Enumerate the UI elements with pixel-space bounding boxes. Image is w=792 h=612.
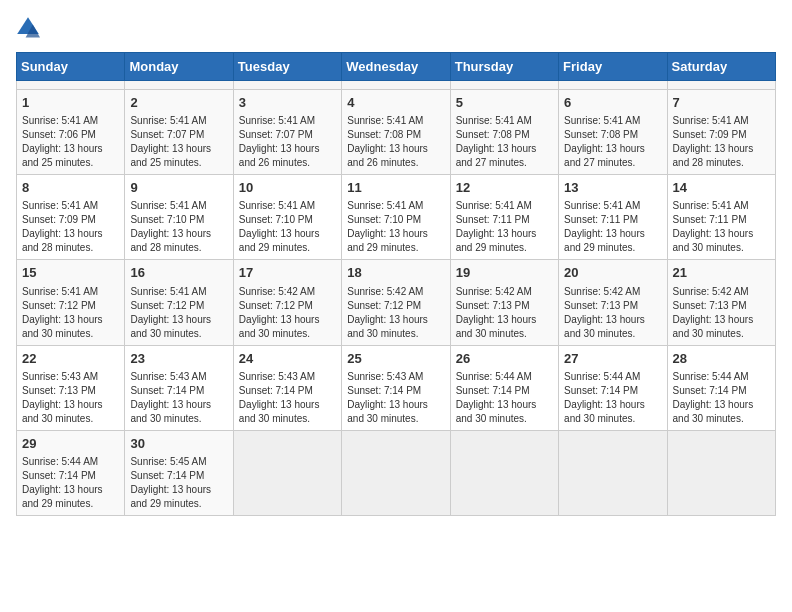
calendar-cell: 28Sunrise: 5:44 AMSunset: 7:14 PMDayligh… [667, 345, 775, 430]
calendar-cell: 24Sunrise: 5:43 AMSunset: 7:14 PMDayligh… [233, 345, 341, 430]
day-info: Sunrise: 5:41 AMSunset: 7:08 PMDaylight:… [564, 114, 661, 170]
day-info: Sunrise: 5:41 AMSunset: 7:08 PMDaylight:… [347, 114, 444, 170]
day-number: 25 [347, 350, 444, 368]
calendar-cell: 17Sunrise: 5:42 AMSunset: 7:12 PMDayligh… [233, 260, 341, 345]
day-number: 26 [456, 350, 553, 368]
day-number: 21 [673, 264, 770, 282]
day-number: 16 [130, 264, 227, 282]
day-info: Sunrise: 5:41 AMSunset: 7:08 PMDaylight:… [456, 114, 553, 170]
calendar-week-row [17, 81, 776, 90]
day-info: Sunrise: 5:41 AMSunset: 7:10 PMDaylight:… [239, 199, 336, 255]
day-number: 2 [130, 94, 227, 112]
calendar-cell [667, 81, 775, 90]
logo-icon [16, 16, 40, 40]
day-number: 30 [130, 435, 227, 453]
calendar-cell: 12Sunrise: 5:41 AMSunset: 7:11 PMDayligh… [450, 175, 558, 260]
calendar-cell [450, 430, 558, 515]
calendar-cell: 21Sunrise: 5:42 AMSunset: 7:13 PMDayligh… [667, 260, 775, 345]
calendar-cell: 4Sunrise: 5:41 AMSunset: 7:08 PMDaylight… [342, 90, 450, 175]
day-number: 8 [22, 179, 119, 197]
day-number: 20 [564, 264, 661, 282]
day-info: Sunrise: 5:41 AMSunset: 7:09 PMDaylight:… [673, 114, 770, 170]
calendar-cell: 13Sunrise: 5:41 AMSunset: 7:11 PMDayligh… [559, 175, 667, 260]
calendar-cell: 27Sunrise: 5:44 AMSunset: 7:14 PMDayligh… [559, 345, 667, 430]
calendar-cell: 9Sunrise: 5:41 AMSunset: 7:10 PMDaylight… [125, 175, 233, 260]
day-number: 29 [22, 435, 119, 453]
day-info: Sunrise: 5:44 AMSunset: 7:14 PMDaylight:… [564, 370, 661, 426]
day-info: Sunrise: 5:41 AMSunset: 7:07 PMDaylight:… [239, 114, 336, 170]
calendar-cell: 3Sunrise: 5:41 AMSunset: 7:07 PMDaylight… [233, 90, 341, 175]
day-info: Sunrise: 5:41 AMSunset: 7:07 PMDaylight:… [130, 114, 227, 170]
day-info: Sunrise: 5:41 AMSunset: 7:11 PMDaylight:… [673, 199, 770, 255]
calendar-cell: 5Sunrise: 5:41 AMSunset: 7:08 PMDaylight… [450, 90, 558, 175]
day-number: 22 [22, 350, 119, 368]
day-number: 6 [564, 94, 661, 112]
calendar-cell: 14Sunrise: 5:41 AMSunset: 7:11 PMDayligh… [667, 175, 775, 260]
day-info: Sunrise: 5:42 AMSunset: 7:13 PMDaylight:… [673, 285, 770, 341]
day-number: 3 [239, 94, 336, 112]
calendar-cell: 16Sunrise: 5:41 AMSunset: 7:12 PMDayligh… [125, 260, 233, 345]
calendar-week-row: 8Sunrise: 5:41 AMSunset: 7:09 PMDaylight… [17, 175, 776, 260]
calendar-header-row: SundayMondayTuesdayWednesdayThursdayFrid… [17, 53, 776, 81]
day-info: Sunrise: 5:41 AMSunset: 7:10 PMDaylight:… [347, 199, 444, 255]
day-number: 10 [239, 179, 336, 197]
header-day-tuesday: Tuesday [233, 53, 341, 81]
day-number: 27 [564, 350, 661, 368]
day-number: 19 [456, 264, 553, 282]
day-info: Sunrise: 5:42 AMSunset: 7:12 PMDaylight:… [347, 285, 444, 341]
logo [16, 16, 44, 40]
calendar-cell [450, 81, 558, 90]
calendar-cell [125, 81, 233, 90]
calendar-cell: 30Sunrise: 5:45 AMSunset: 7:14 PMDayligh… [125, 430, 233, 515]
day-info: Sunrise: 5:43 AMSunset: 7:14 PMDaylight:… [239, 370, 336, 426]
calendar-table: SundayMondayTuesdayWednesdayThursdayFrid… [16, 52, 776, 516]
day-info: Sunrise: 5:43 AMSunset: 7:13 PMDaylight:… [22, 370, 119, 426]
calendar-cell: 15Sunrise: 5:41 AMSunset: 7:12 PMDayligh… [17, 260, 125, 345]
calendar-cell: 18Sunrise: 5:42 AMSunset: 7:12 PMDayligh… [342, 260, 450, 345]
day-number: 7 [673, 94, 770, 112]
calendar-cell: 2Sunrise: 5:41 AMSunset: 7:07 PMDaylight… [125, 90, 233, 175]
day-info: Sunrise: 5:44 AMSunset: 7:14 PMDaylight:… [22, 455, 119, 511]
calendar-week-row: 22Sunrise: 5:43 AMSunset: 7:13 PMDayligh… [17, 345, 776, 430]
day-number: 17 [239, 264, 336, 282]
day-number: 9 [130, 179, 227, 197]
day-number: 13 [564, 179, 661, 197]
calendar-cell: 20Sunrise: 5:42 AMSunset: 7:13 PMDayligh… [559, 260, 667, 345]
header-day-wednesday: Wednesday [342, 53, 450, 81]
calendar-cell: 23Sunrise: 5:43 AMSunset: 7:14 PMDayligh… [125, 345, 233, 430]
calendar-cell: 29Sunrise: 5:44 AMSunset: 7:14 PMDayligh… [17, 430, 125, 515]
calendar-cell [233, 430, 341, 515]
day-number: 28 [673, 350, 770, 368]
day-number: 24 [239, 350, 336, 368]
header-day-monday: Monday [125, 53, 233, 81]
calendar-cell: 25Sunrise: 5:43 AMSunset: 7:14 PMDayligh… [342, 345, 450, 430]
day-number: 12 [456, 179, 553, 197]
day-info: Sunrise: 5:41 AMSunset: 7:11 PMDaylight:… [456, 199, 553, 255]
day-info: Sunrise: 5:41 AMSunset: 7:12 PMDaylight:… [22, 285, 119, 341]
calendar-cell [342, 430, 450, 515]
day-info: Sunrise: 5:41 AMSunset: 7:09 PMDaylight:… [22, 199, 119, 255]
header [16, 16, 776, 40]
day-info: Sunrise: 5:41 AMSunset: 7:12 PMDaylight:… [130, 285, 227, 341]
day-info: Sunrise: 5:42 AMSunset: 7:13 PMDaylight:… [456, 285, 553, 341]
day-info: Sunrise: 5:41 AMSunset: 7:06 PMDaylight:… [22, 114, 119, 170]
calendar-cell [559, 81, 667, 90]
calendar-cell [342, 81, 450, 90]
day-info: Sunrise: 5:41 AMSunset: 7:10 PMDaylight:… [130, 199, 227, 255]
calendar-week-row: 29Sunrise: 5:44 AMSunset: 7:14 PMDayligh… [17, 430, 776, 515]
day-number: 11 [347, 179, 444, 197]
calendar-cell [559, 430, 667, 515]
calendar-week-row: 1Sunrise: 5:41 AMSunset: 7:06 PMDaylight… [17, 90, 776, 175]
day-info: Sunrise: 5:43 AMSunset: 7:14 PMDaylight:… [130, 370, 227, 426]
header-day-friday: Friday [559, 53, 667, 81]
calendar-cell: 11Sunrise: 5:41 AMSunset: 7:10 PMDayligh… [342, 175, 450, 260]
calendar-cell: 1Sunrise: 5:41 AMSunset: 7:06 PMDaylight… [17, 90, 125, 175]
calendar-cell: 6Sunrise: 5:41 AMSunset: 7:08 PMDaylight… [559, 90, 667, 175]
day-number: 23 [130, 350, 227, 368]
day-info: Sunrise: 5:45 AMSunset: 7:14 PMDaylight:… [130, 455, 227, 511]
day-info: Sunrise: 5:44 AMSunset: 7:14 PMDaylight:… [456, 370, 553, 426]
calendar-cell [233, 81, 341, 90]
calendar-cell: 22Sunrise: 5:43 AMSunset: 7:13 PMDayligh… [17, 345, 125, 430]
header-day-thursday: Thursday [450, 53, 558, 81]
day-number: 18 [347, 264, 444, 282]
